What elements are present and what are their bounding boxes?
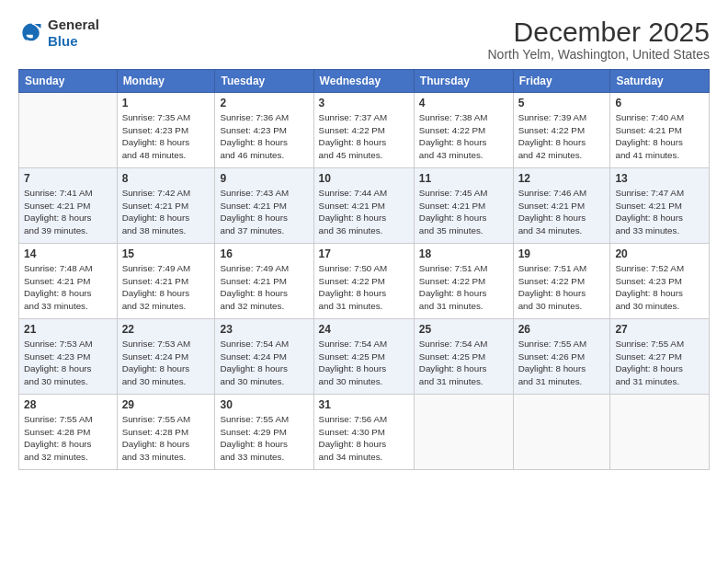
calendar-cell-w1-d0: [19, 93, 118, 168]
calendar-cell-w2-d2: 9Sunrise: 7:43 AMSunset: 4:21 PMDaylight…: [215, 168, 313, 244]
day-info: Sunrise: 7:37 AMSunset: 4:22 PMDaylight:…: [319, 111, 409, 162]
calendar-cell-w5-d0: 28Sunrise: 7:55 AMSunset: 4:28 PMDayligh…: [19, 395, 118, 470]
day-info: Sunrise: 7:54 AMSunset: 4:24 PMDaylight:…: [220, 338, 308, 388]
day-number: 1: [122, 97, 210, 109]
calendar-cell-w1-d4: 4Sunrise: 7:38 AMSunset: 4:22 PMDaylight…: [414, 93, 513, 168]
calendar-cell-w4-d0: 21Sunrise: 7:53 AMSunset: 4:23 PMDayligh…: [19, 319, 118, 395]
day-number: 15: [122, 247, 210, 260]
col-thursday: Thursday: [414, 70, 513, 93]
day-info: Sunrise: 7:56 AMSunset: 4:30 PMDaylight:…: [319, 413, 409, 464]
day-info: Sunrise: 7:55 AMSunset: 4:28 PMDaylight:…: [24, 413, 112, 464]
calendar-cell-w2-d0: 7Sunrise: 7:41 AMSunset: 4:21 PMDaylight…: [19, 168, 118, 244]
calendar-cell-w5-d5: [513, 395, 610, 470]
day-info: Sunrise: 7:42 AMSunset: 4:21 PMDaylight:…: [122, 187, 210, 237]
logo-text: General Blue: [48, 17, 99, 50]
calendar-table: Sunday Monday Tuesday Wednesday Thursday…: [18, 69, 710, 470]
calendar-cell-w1-d5: 5Sunrise: 7:39 AMSunset: 4:22 PMDaylight…: [513, 93, 610, 168]
day-info: Sunrise: 7:54 AMSunset: 4:25 PMDaylight:…: [319, 338, 409, 388]
col-saturday: Saturday: [610, 70, 710, 93]
day-number: 6: [615, 97, 704, 109]
day-number: 16: [220, 247, 308, 260]
day-number: 13: [615, 172, 704, 185]
day-number: 30: [220, 398, 308, 411]
day-number: 14: [24, 247, 112, 260]
calendar-cell-w2-d4: 11Sunrise: 7:45 AMSunset: 4:21 PMDayligh…: [414, 168, 513, 244]
day-number: 24: [319, 323, 409, 336]
day-number: 12: [518, 172, 606, 185]
day-number: 4: [419, 97, 508, 109]
calendar-cell-w3-d0: 14Sunrise: 7:48 AMSunset: 4:21 PMDayligh…: [19, 244, 118, 319]
day-number: 25: [419, 323, 508, 336]
header: General Blue December 2025 North Yelm, W…: [18, 17, 710, 62]
col-tuesday: Tuesday: [215, 70, 313, 93]
day-number: 29: [122, 398, 210, 411]
day-number: 28: [24, 398, 112, 411]
day-number: 11: [419, 172, 508, 185]
day-info: Sunrise: 7:40 AMSunset: 4:21 PMDaylight:…: [615, 111, 704, 162]
logo-icon: [18, 20, 44, 46]
col-sunday: Sunday: [19, 70, 118, 93]
day-info: Sunrise: 7:47 AMSunset: 4:21 PMDaylight:…: [615, 187, 704, 237]
day-info: Sunrise: 7:52 AMSunset: 4:23 PMDaylight:…: [615, 262, 704, 313]
day-info: Sunrise: 7:53 AMSunset: 4:24 PMDaylight:…: [122, 338, 210, 388]
day-info: Sunrise: 7:36 AMSunset: 4:23 PMDaylight:…: [220, 111, 308, 162]
day-number: 23: [220, 323, 308, 336]
calendar-week-4: 21Sunrise: 7:53 AMSunset: 4:23 PMDayligh…: [19, 319, 710, 395]
calendar-cell-w4-d5: 26Sunrise: 7:55 AMSunset: 4:26 PMDayligh…: [513, 319, 610, 395]
calendar-week-2: 7Sunrise: 7:41 AMSunset: 4:21 PMDaylight…: [19, 168, 710, 244]
col-friday: Friday: [513, 70, 610, 93]
day-number: 2: [220, 97, 308, 109]
day-number: 17: [319, 247, 409, 260]
day-number: 21: [24, 323, 112, 336]
logo-blue: Blue: [48, 33, 78, 49]
col-wednesday: Wednesday: [313, 70, 414, 93]
day-info: Sunrise: 7:49 AMSunset: 4:21 PMDaylight:…: [122, 262, 210, 313]
calendar-cell-w3-d2: 16Sunrise: 7:49 AMSunset: 4:21 PMDayligh…: [215, 244, 313, 319]
day-info: Sunrise: 7:46 AMSunset: 4:21 PMDaylight:…: [518, 187, 606, 237]
calendar-cell-w3-d4: 18Sunrise: 7:51 AMSunset: 4:22 PMDayligh…: [414, 244, 513, 319]
calendar-cell-w2-d1: 8Sunrise: 7:42 AMSunset: 4:21 PMDaylight…: [117, 168, 215, 244]
calendar-cell-w5-d2: 30Sunrise: 7:55 AMSunset: 4:29 PMDayligh…: [215, 395, 313, 470]
calendar-week-3: 14Sunrise: 7:48 AMSunset: 4:21 PMDayligh…: [19, 244, 710, 319]
calendar-cell-w2-d5: 12Sunrise: 7:46 AMSunset: 4:21 PMDayligh…: [513, 168, 610, 244]
day-number: 10: [319, 172, 409, 185]
day-number: 7: [24, 172, 112, 185]
calendar-cell-w1-d3: 3Sunrise: 7:37 AMSunset: 4:22 PMDaylight…: [313, 93, 414, 168]
calendar-cell-w4-d2: 23Sunrise: 7:54 AMSunset: 4:24 PMDayligh…: [215, 319, 313, 395]
calendar-cell-w2-d6: 13Sunrise: 7:47 AMSunset: 4:21 PMDayligh…: [610, 168, 710, 244]
main-container: General Blue December 2025 North Yelm, W…: [0, 0, 728, 563]
day-info: Sunrise: 7:54 AMSunset: 4:25 PMDaylight:…: [419, 338, 508, 388]
day-number: 18: [419, 247, 508, 260]
day-info: Sunrise: 7:35 AMSunset: 4:23 PMDaylight:…: [122, 111, 210, 162]
calendar-cell-w5-d4: [414, 395, 513, 470]
day-info: Sunrise: 7:48 AMSunset: 4:21 PMDaylight:…: [24, 262, 112, 313]
day-number: 8: [122, 172, 210, 185]
calendar-cell-w1-d1: 1Sunrise: 7:35 AMSunset: 4:23 PMDaylight…: [117, 93, 215, 168]
day-info: Sunrise: 7:41 AMSunset: 4:21 PMDaylight:…: [24, 187, 112, 237]
day-number: 3: [319, 97, 409, 109]
day-number: 9: [220, 172, 308, 185]
calendar-cell-w5-d3: 31Sunrise: 7:56 AMSunset: 4:30 PMDayligh…: [313, 395, 414, 470]
calendar-cell-w1-d2: 2Sunrise: 7:36 AMSunset: 4:23 PMDaylight…: [215, 93, 313, 168]
calendar-cell-w3-d3: 17Sunrise: 7:50 AMSunset: 4:22 PMDayligh…: [313, 244, 414, 319]
calendar-cell-w3-d5: 19Sunrise: 7:51 AMSunset: 4:22 PMDayligh…: [513, 244, 610, 319]
calendar-cell-w5-d1: 29Sunrise: 7:55 AMSunset: 4:28 PMDayligh…: [117, 395, 215, 470]
day-info: Sunrise: 7:44 AMSunset: 4:21 PMDaylight:…: [319, 187, 409, 237]
month-title: December 2025: [488, 17, 711, 47]
day-info: Sunrise: 7:55 AMSunset: 4:28 PMDaylight:…: [122, 413, 210, 464]
col-monday: Monday: [117, 70, 215, 93]
day-info: Sunrise: 7:38 AMSunset: 4:22 PMDaylight:…: [419, 111, 508, 162]
calendar-week-1: 1Sunrise: 7:35 AMSunset: 4:23 PMDaylight…: [19, 93, 710, 168]
calendar-cell-w3-d1: 15Sunrise: 7:49 AMSunset: 4:21 PMDayligh…: [117, 244, 215, 319]
day-info: Sunrise: 7:45 AMSunset: 4:21 PMDaylight:…: [419, 187, 508, 237]
day-info: Sunrise: 7:43 AMSunset: 4:21 PMDaylight:…: [220, 187, 308, 237]
day-info: Sunrise: 7:50 AMSunset: 4:22 PMDaylight:…: [319, 262, 409, 313]
day-number: 19: [518, 247, 606, 260]
day-number: 31: [319, 398, 409, 411]
calendar-cell-w1-d6: 6Sunrise: 7:40 AMSunset: 4:21 PMDaylight…: [610, 93, 710, 168]
calendar-week-5: 28Sunrise: 7:55 AMSunset: 4:28 PMDayligh…: [19, 395, 710, 470]
day-info: Sunrise: 7:51 AMSunset: 4:22 PMDaylight:…: [518, 262, 606, 313]
day-info: Sunrise: 7:39 AMSunset: 4:22 PMDaylight:…: [518, 111, 606, 162]
calendar-cell-w2-d3: 10Sunrise: 7:44 AMSunset: 4:21 PMDayligh…: [313, 168, 414, 244]
calendar-cell-w4-d3: 24Sunrise: 7:54 AMSunset: 4:25 PMDayligh…: [313, 319, 414, 395]
